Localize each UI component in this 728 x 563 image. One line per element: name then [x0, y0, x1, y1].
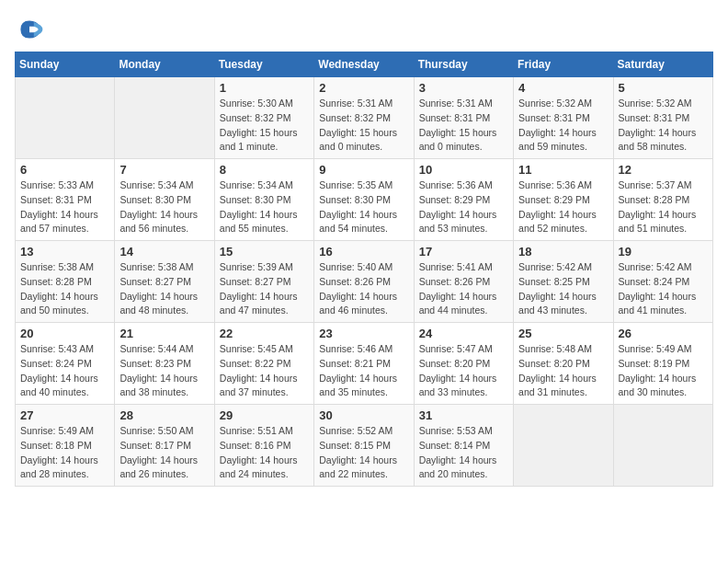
day-number: 27 — [20, 408, 109, 422]
calendar-cell: 6 Sunrise: 5:33 AMSunset: 8:31 PMDayligh… — [16, 159, 115, 241]
logo-icon — [15, 15, 44, 44]
calendar-cell: 21 Sunrise: 5:44 AMSunset: 8:23 PMDaylig… — [115, 323, 214, 405]
calendar-cell: 29 Sunrise: 5:51 AMSunset: 8:16 PMDaylig… — [214, 405, 313, 487]
calendar-cell: 31 Sunrise: 5:53 AMSunset: 8:14 PMDaylig… — [414, 405, 513, 487]
day-number: 31 — [419, 408, 508, 422]
day-number: 1 — [220, 81, 309, 95]
week-row-4: 20 Sunrise: 5:43 AMSunset: 8:24 PMDaylig… — [16, 323, 713, 405]
calendar-cell: 9 Sunrise: 5:35 AMSunset: 8:30 PMDayligh… — [314, 159, 414, 241]
calendar-cell: 20 Sunrise: 5:43 AMSunset: 8:24 PMDaylig… — [16, 323, 115, 405]
header-row: SundayMondayTuesdayWednesdayThursdayFrid… — [16, 52, 713, 77]
day-info: Sunrise: 5:42 AMSunset: 8:24 PMDaylight:… — [619, 260, 708, 318]
calendar-cell: 13 Sunrise: 5:38 AMSunset: 8:28 PMDaylig… — [16, 241, 115, 323]
day-info: Sunrise: 5:36 AMSunset: 8:29 PMDaylight:… — [419, 178, 508, 236]
day-info: Sunrise: 5:33 AMSunset: 8:31 PMDaylight:… — [20, 178, 109, 236]
day-info: Sunrise: 5:45 AMSunset: 8:22 PMDaylight:… — [220, 342, 309, 400]
day-info: Sunrise: 5:50 AMSunset: 8:17 PMDaylight:… — [119, 424, 209, 482]
day-number: 18 — [518, 245, 608, 259]
day-info: Sunrise: 5:51 AMSunset: 8:16 PMDaylight:… — [220, 424, 309, 482]
week-row-5: 27 Sunrise: 5:49 AMSunset: 8:18 PMDaylig… — [16, 405, 713, 487]
day-number: 6 — [20, 163, 109, 177]
calendar-cell: 24 Sunrise: 5:47 AMSunset: 8:20 PMDaylig… — [414, 323, 513, 405]
day-number: 25 — [518, 327, 608, 340]
day-info: Sunrise: 5:44 AMSunset: 8:23 PMDaylight:… — [119, 342, 209, 400]
day-number: 30 — [319, 408, 408, 422]
day-info: Sunrise: 5:43 AMSunset: 8:24 PMDaylight:… — [20, 342, 109, 400]
day-info: Sunrise: 5:31 AMSunset: 8:31 PMDaylight:… — [419, 97, 508, 155]
calendar-cell: 12 Sunrise: 5:37 AMSunset: 8:28 PMDaylig… — [613, 159, 712, 241]
calendar-cell — [115, 77, 214, 159]
calendar-table: SundayMondayTuesdayWednesdayThursdayFrid… — [15, 52, 713, 487]
day-number: 16 — [319, 245, 408, 259]
page-header — [15, 15, 713, 44]
day-info: Sunrise: 5:31 AMSunset: 8:32 PMDaylight:… — [319, 97, 408, 155]
calendar-cell: 4 Sunrise: 5:32 AMSunset: 8:31 PMDayligh… — [514, 77, 613, 159]
day-number: 22 — [220, 327, 309, 340]
header-cell-saturday: Saturday — [613, 52, 712, 77]
day-info: Sunrise: 5:46 AMSunset: 8:21 PMDaylight:… — [319, 342, 408, 400]
day-number: 10 — [419, 163, 508, 177]
day-number: 5 — [619, 81, 708, 95]
calendar-cell: 27 Sunrise: 5:49 AMSunset: 8:18 PMDaylig… — [16, 405, 115, 487]
day-number: 2 — [319, 81, 408, 95]
calendar-cell: 2 Sunrise: 5:31 AMSunset: 8:32 PMDayligh… — [314, 77, 414, 159]
day-info: Sunrise: 5:53 AMSunset: 8:14 PMDaylight:… — [419, 424, 508, 482]
calendar-cell: 22 Sunrise: 5:45 AMSunset: 8:22 PMDaylig… — [214, 323, 313, 405]
week-row-2: 6 Sunrise: 5:33 AMSunset: 8:31 PMDayligh… — [16, 159, 713, 241]
calendar-cell: 19 Sunrise: 5:42 AMSunset: 8:24 PMDaylig… — [613, 241, 712, 323]
calendar-cell: 3 Sunrise: 5:31 AMSunset: 8:31 PMDayligh… — [414, 77, 513, 159]
header-cell-wednesday: Wednesday — [314, 52, 414, 77]
day-info: Sunrise: 5:34 AMSunset: 8:30 PMDaylight:… — [119, 178, 209, 236]
day-number: 26 — [619, 327, 708, 340]
day-info: Sunrise: 5:36 AMSunset: 8:29 PMDaylight:… — [518, 178, 608, 236]
day-number: 11 — [518, 163, 608, 177]
day-info: Sunrise: 5:48 AMSunset: 8:20 PMDaylight:… — [518, 342, 608, 400]
day-info: Sunrise: 5:52 AMSunset: 8:15 PMDaylight:… — [319, 424, 408, 482]
day-info: Sunrise: 5:39 AMSunset: 8:27 PMDaylight:… — [220, 260, 309, 318]
day-info: Sunrise: 5:49 AMSunset: 8:18 PMDaylight:… — [20, 424, 109, 482]
header-cell-friday: Friday — [514, 52, 613, 77]
day-number: 14 — [119, 245, 209, 259]
header-cell-thursday: Thursday — [414, 52, 513, 77]
calendar-cell: 8 Sunrise: 5:34 AMSunset: 8:30 PMDayligh… — [214, 159, 313, 241]
day-number: 15 — [220, 245, 309, 259]
calendar-cell: 14 Sunrise: 5:38 AMSunset: 8:27 PMDaylig… — [115, 241, 214, 323]
day-number: 3 — [419, 81, 508, 95]
calendar-cell: 1 Sunrise: 5:30 AMSunset: 8:32 PMDayligh… — [214, 77, 313, 159]
day-number: 4 — [518, 81, 608, 95]
day-info: Sunrise: 5:38 AMSunset: 8:28 PMDaylight:… — [20, 260, 109, 318]
day-info: Sunrise: 5:32 AMSunset: 8:31 PMDaylight:… — [619, 97, 708, 155]
calendar-cell — [16, 77, 115, 159]
day-info: Sunrise: 5:32 AMSunset: 8:31 PMDaylight:… — [518, 97, 608, 155]
day-info: Sunrise: 5:30 AMSunset: 8:32 PMDaylight:… — [220, 97, 309, 155]
day-number: 20 — [20, 327, 109, 340]
calendar-cell — [514, 405, 613, 487]
calendar-cell: 10 Sunrise: 5:36 AMSunset: 8:29 PMDaylig… — [414, 159, 513, 241]
day-number: 12 — [619, 163, 708, 177]
calendar-cell: 7 Sunrise: 5:34 AMSunset: 8:30 PMDayligh… — [115, 159, 214, 241]
header-cell-monday: Monday — [115, 52, 214, 77]
header-cell-sunday: Sunday — [16, 52, 115, 77]
week-row-3: 13 Sunrise: 5:38 AMSunset: 8:28 PMDaylig… — [16, 241, 713, 323]
day-info: Sunrise: 5:38 AMSunset: 8:27 PMDaylight:… — [119, 260, 209, 318]
calendar-cell: 28 Sunrise: 5:50 AMSunset: 8:17 PMDaylig… — [115, 405, 214, 487]
day-number: 17 — [419, 245, 508, 259]
calendar-cell: 5 Sunrise: 5:32 AMSunset: 8:31 PMDayligh… — [613, 77, 712, 159]
day-number: 23 — [319, 327, 408, 340]
day-info: Sunrise: 5:42 AMSunset: 8:25 PMDaylight:… — [518, 260, 608, 318]
day-number: 8 — [220, 163, 309, 177]
calendar-cell: 18 Sunrise: 5:42 AMSunset: 8:25 PMDaylig… — [514, 241, 613, 323]
day-number: 7 — [119, 163, 209, 177]
day-info: Sunrise: 5:40 AMSunset: 8:26 PMDaylight:… — [319, 260, 408, 318]
day-number: 13 — [20, 245, 109, 259]
calendar-cell: 16 Sunrise: 5:40 AMSunset: 8:26 PMDaylig… — [314, 241, 414, 323]
calendar-cell: 17 Sunrise: 5:41 AMSunset: 8:26 PMDaylig… — [414, 241, 513, 323]
calendar-cell: 25 Sunrise: 5:48 AMSunset: 8:20 PMDaylig… — [514, 323, 613, 405]
calendar-cell: 23 Sunrise: 5:46 AMSunset: 8:21 PMDaylig… — [314, 323, 414, 405]
day-info: Sunrise: 5:34 AMSunset: 8:30 PMDaylight:… — [220, 178, 309, 236]
day-number: 24 — [419, 327, 508, 340]
day-info: Sunrise: 5:35 AMSunset: 8:30 PMDaylight:… — [319, 178, 408, 236]
day-info: Sunrise: 5:49 AMSunset: 8:19 PMDaylight:… — [619, 342, 708, 400]
calendar-cell: 11 Sunrise: 5:36 AMSunset: 8:29 PMDaylig… — [514, 159, 613, 241]
calendar-cell — [613, 405, 712, 487]
